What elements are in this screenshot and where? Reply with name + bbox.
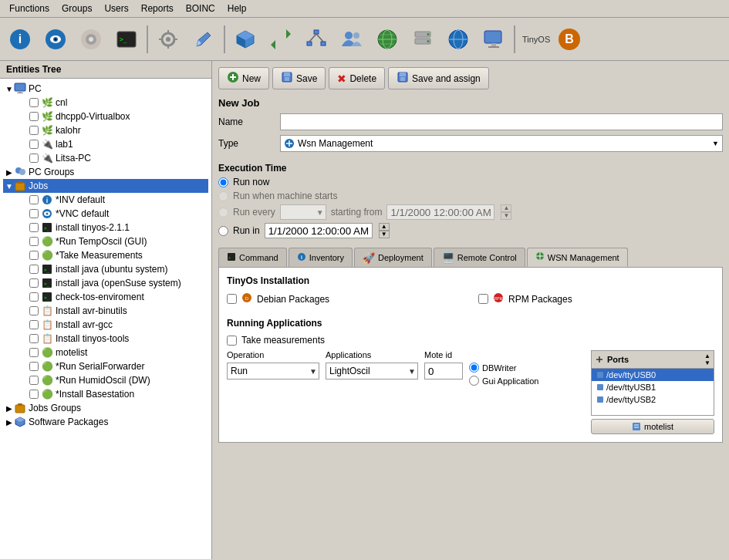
checkbox-avr-binutils[interactable] [29,306,39,315]
tree-node-inv-default[interactable]: i *INV default [3,193,208,207]
tree-node-cnl[interactable]: 🌿 cnl [3,96,208,110]
tree-node-run-temposcil[interactable]: 🟢 *Run TempOscil (GUI) [3,234,208,248]
tree-node-jobs[interactable]: ▼ Jobs [3,179,208,193]
port-item-usb1[interactable]: /dev/ttyUSB1 [592,381,714,393]
application-select[interactable]: LightOscil TempOscil HumidOscil [326,363,417,379]
checkbox-install-base[interactable] [29,390,39,399]
gui-app-radio[interactable] [469,376,479,386]
save-button[interactable]: Save [272,67,326,89]
checkbox-lab1[interactable] [29,140,39,149]
tree-node-install-tinyos-tools[interactable]: 📋 Install tinyos-tools [3,332,208,346]
port-item-usb2[interactable]: /dev/ttyUSB2 [592,393,714,406]
command-tab[interactable]: > Command [218,248,287,267]
checkbox-inv[interactable] [29,195,39,204]
ports-expand-icon[interactable] [595,355,604,364]
tree-node-pcgroups[interactable]: ▶ PC Groups [3,165,208,179]
toolbar-disk-btn[interactable] [74,22,108,56]
toolbar-monitor-btn[interactable] [477,22,511,56]
tree-toggle-pc[interactable]: ▼ [5,84,14,93]
tree-node-take-measure[interactable]: 🟢 *Take Measurements [3,248,208,262]
toolbar-users-btn[interactable] [335,22,369,56]
checkbox-java-ubuntu[interactable] [29,265,39,274]
checkbox-avr-gcc[interactable] [29,320,39,329]
new-button[interactable]: New [218,67,269,89]
port-item-usb0[interactable]: /dev/ttyUSB0 [592,369,714,381]
run-every-select[interactable]: ▼ [280,204,326,220]
tree-toggle-jobs[interactable]: ▼ [5,181,14,191]
run-in-radio[interactable] [218,226,228,236]
toolbar-server-btn[interactable] [406,22,440,56]
spin-up[interactable]: ▲ [501,204,511,212]
toolbar-edit-btn[interactable] [187,22,221,56]
tree-node-install-avr-gcc[interactable]: 📋 Install avr-gcc [3,318,208,332]
tree-node-software-packages[interactable]: ▶ Software Packages [3,415,208,429]
tree-node-install-java-suse[interactable]: >_ install java (openSuse system) [3,276,208,290]
tree-node-jobs-groups[interactable]: ▶ Jobs Groups [3,401,208,415]
checkbox-motelist[interactable] [29,348,39,357]
run-in-spin-down[interactable]: ▼ [379,231,390,238]
deployment-tab[interactable]: 🚀 Deployment [354,248,432,267]
tree-node-install-tinyos[interactable]: >_ install tinyos-2.1.1 [3,221,208,234]
menu-help[interactable]: Help [221,2,253,15]
delete-button[interactable]: ✖ Delete [329,67,385,89]
checkbox-kalohr[interactable] [29,126,39,135]
toolbar-info-btn[interactable]: i [3,22,37,56]
checkbox-java-suse[interactable] [29,278,39,288]
toolbar-tinyos-logo[interactable]: TinyOS [518,22,554,56]
tree-node-run-humid[interactable]: 🟢 *Run HumidOscil (DW) [3,373,208,387]
checkbox-run-temp[interactable] [29,237,39,246]
run-now-radio[interactable] [218,177,228,187]
checkbox-litsa[interactable] [29,153,39,163]
operation-select[interactable]: Run Stop Install [228,363,319,379]
tree-node-install-avr-binutils[interactable]: 📋 Install avr-binutils [3,304,208,318]
menu-users[interactable]: Users [98,2,134,15]
tree-node-run-serial[interactable]: 🟢 *Run SerialForwarder [3,359,208,373]
tree-node-pc[interactable]: ▼ PC [3,82,208,96]
mote-id-input[interactable] [424,363,463,380]
run-in-input[interactable] [265,223,373,238]
ports-scroll-down[interactable]: ▼ [704,359,710,366]
save-assign-button[interactable]: Save and assign [388,67,489,89]
run-machine-radio[interactable] [218,191,228,201]
checkbox-run-serial[interactable] [29,362,39,371]
wsn-management-tab[interactable]: WSN Management [527,248,628,267]
dbwriter-radio[interactable] [469,363,479,373]
tree-node-check-tos[interactable]: >_ check-tos-enviroment [3,290,208,304]
tree-node-litsa[interactable]: 🔌 Litsa-PC [3,151,208,165]
debian-checkbox[interactable] [227,294,237,304]
tree-node-install-java-ubuntu[interactable]: >_ install java (ubuntu system) [3,262,208,276]
checkbox-install-tinyos[interactable] [29,223,39,232]
toolbar-globe-btn[interactable] [370,22,404,56]
checkbox-check-tos[interactable] [29,292,39,302]
toolbar-cube-btn[interactable] [228,22,262,56]
tree-node-motelist[interactable]: 🟢 motelist [3,346,208,359]
tree-toggle-software[interactable]: ▶ [5,417,14,427]
menu-groups[interactable]: Groups [56,2,98,15]
checkbox-tinyos-tools[interactable] [29,334,39,343]
toolbar-globe2-btn[interactable] [441,22,475,56]
tree-node-kalohr[interactable]: 🌿 kalohr [3,123,208,137]
remote-control-tab[interactable]: 🖥️ Remote Control [434,248,525,267]
tree-node-lab1[interactable]: 🔌 lab1 [3,137,208,151]
starting-from-input[interactable] [386,204,494,220]
tree-toggle-jobsgroups[interactable]: ▶ [5,403,14,413]
toolbar-eye-btn[interactable] [39,22,73,56]
toolbar-boinc-logo[interactable]: B [555,22,583,56]
toolbar-network-btn[interactable] [299,22,333,56]
run-every-radio[interactable] [218,207,228,218]
menu-reports[interactable]: Reports [135,2,180,15]
inventory-tab[interactable]: i Inventory [289,248,353,267]
tree-node-dhcpp0[interactable]: 🌿 dhcpp0-Virtualbox [3,110,208,123]
run-every-dropdown[interactable] [281,205,326,219]
tree-toggle-pcgroups[interactable]: ▶ [5,167,14,177]
checkbox-take-measure[interactable] [29,251,39,260]
type-select[interactable]: Wsn Management ▼ [280,135,723,152]
toolbar-settings-btn[interactable] [151,22,185,56]
name-input[interactable] [280,113,723,130]
tree-node-vnc-default[interactable]: *VNC default [3,207,208,221]
take-measurements-checkbox[interactable] [227,336,237,346]
menu-functions[interactable]: Functions [3,2,56,15]
tree-node-install-base[interactable]: 🟢 *Install Basestation [3,387,208,401]
rpm-checkbox[interactable] [478,294,488,304]
checkbox-vnc[interactable] [29,209,39,218]
